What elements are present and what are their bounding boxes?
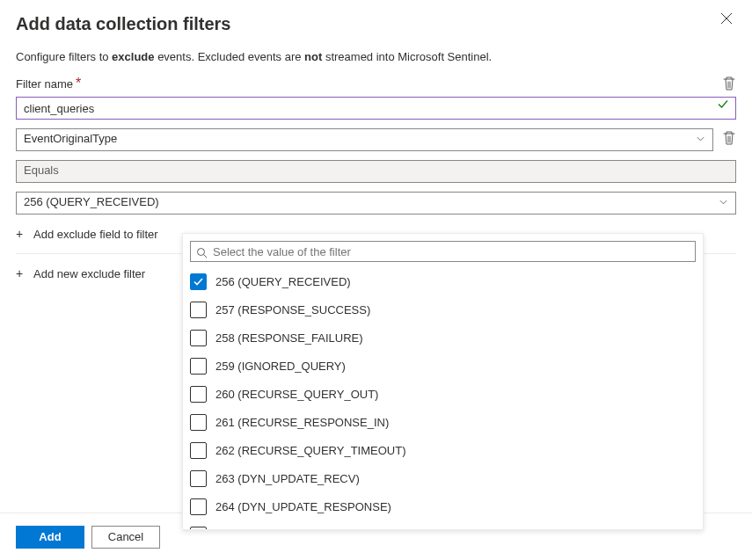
option-label: 263 (DYN_UPDATE_RECV): [215, 472, 360, 485]
dropdown-option[interactable]: 265 (IXFR_REQ_OUT): [190, 520, 696, 529]
required-indicator: *: [76, 76, 81, 91]
search-icon: [196, 246, 208, 258]
operator-value: Equals: [24, 164, 59, 177]
dropdown-option[interactable]: 258 (RESPONSE_FAILURE): [190, 324, 696, 352]
add-button[interactable]: Add: [16, 526, 84, 549]
option-label: 265 (IXFR_REQ_OUT): [215, 528, 333, 530]
option-label: 259 (IGNORED_QUERY): [215, 360, 346, 373]
option-label: 260 (RECURSE_QUERY_OUT): [215, 388, 378, 401]
checkbox[interactable]: [190, 442, 207, 459]
field-select[interactable]: EventOriginalType: [16, 128, 713, 151]
delete-field-button[interactable]: [722, 130, 736, 149]
dropdown-option[interactable]: 260 (RECURSE_QUERY_OUT): [190, 380, 696, 408]
close-icon: [720, 12, 733, 25]
option-label: 257 (RESPONSE_SUCCESS): [215, 303, 370, 316]
trash-icon: [722, 76, 736, 91]
dropdown-search-box[interactable]: [190, 241, 696, 262]
checkbox[interactable]: [190, 386, 207, 403]
option-label: 256 (QUERY_RECEIVED): [215, 275, 351, 288]
filter-name-input[interactable]: [16, 97, 736, 120]
checkbox[interactable]: [190, 527, 207, 530]
option-label: 264 (DYN_UPDATE_RESPONSE): [215, 500, 391, 513]
dropdown-option[interactable]: 262 (RECURSE_QUERY_TIMEOUT): [190, 436, 696, 464]
plus-icon: +: [16, 266, 26, 280]
field-select-value: EventOriginalType: [24, 132, 117, 145]
delete-filter-button[interactable]: [722, 76, 736, 91]
dropdown-option[interactable]: 259 (IGNORED_QUERY): [190, 352, 696, 380]
plus-icon: +: [16, 227, 26, 241]
checkbox[interactable]: [190, 358, 207, 375]
checkbox[interactable]: [190, 330, 207, 346]
subtitle-text: Configure filters to exclude events. Exc…: [0, 38, 752, 70]
operator-select: Equals: [16, 160, 736, 183]
checkbox[interactable]: [190, 414, 207, 431]
dropdown-search-input[interactable]: [208, 245, 690, 258]
dropdown-option[interactable]: 261 (RECURSE_RESPONSE_IN): [190, 408, 696, 436]
chevron-down-icon: [696, 134, 705, 147]
option-label: 258 (RESPONSE_FAILURE): [215, 331, 363, 345]
value-dropdown-panel: 256 (QUERY_RECEIVED)257 (RESPONSE_SUCCES…: [182, 233, 704, 530]
checkbox[interactable]: [190, 302, 207, 318]
cancel-button[interactable]: Cancel: [91, 526, 160, 549]
filter-name-label: Filter name: [16, 77, 73, 91]
checkbox[interactable]: [190, 470, 207, 487]
dropdown-option[interactable]: 256 (QUERY_RECEIVED): [190, 267, 696, 295]
svg-point-0: [198, 248, 205, 255]
chevron-down-icon: [719, 197, 728, 210]
trash-icon: [722, 130, 736, 146]
checkbox[interactable]: [190, 498, 207, 515]
value-select[interactable]: 256 (QUERY_RECEIVED): [16, 192, 736, 215]
page-title: Add data collection filters: [16, 14, 736, 34]
close-button[interactable]: [720, 12, 733, 27]
value-select-value: 256 (QUERY_RECEIVED): [24, 195, 159, 208]
dropdown-option[interactable]: 263 (DYN_UPDATE_RECV): [190, 464, 696, 492]
option-label: 262 (RECURSE_QUERY_TIMEOUT): [215, 444, 405, 457]
dropdown-option[interactable]: 264 (DYN_UPDATE_RESPONSE): [190, 492, 696, 520]
checkbox-checked[interactable]: [190, 273, 207, 290]
dropdown-option[interactable]: 257 (RESPONSE_SUCCESS): [190, 295, 696, 324]
dropdown-option-list[interactable]: 256 (QUERY_RECEIVED)257 (RESPONSE_SUCCES…: [183, 267, 703, 529]
validation-check-icon: [717, 98, 729, 113]
option-label: 261 (RECURSE_RESPONSE_IN): [215, 416, 389, 429]
